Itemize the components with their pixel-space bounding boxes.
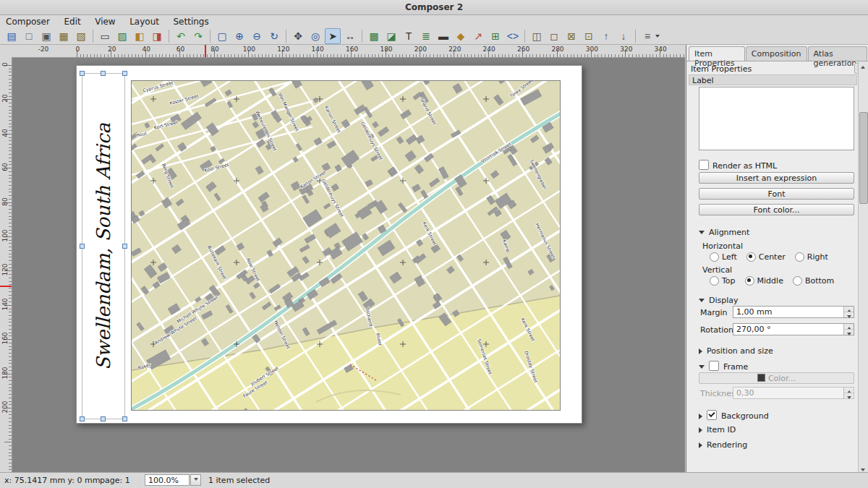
background-checkbox[interactable] [707,410,717,420]
background-section-toggle[interactable]: Background [699,410,769,421]
menu-edit[interactable]: Edit [58,15,86,27]
add-label-button[interactable]: T [401,28,417,44]
tab-item-properties[interactable]: Item Properties [689,46,745,61]
zoom-in-button[interactable]: ⊕ [231,28,247,44]
lock-items-button[interactable]: ⊠ [563,28,579,44]
undo-button[interactable]: ↶ [173,28,189,44]
align-right-radio[interactable]: Right [795,252,828,262]
zoom-tool-button[interactable]: ◎ [307,28,323,44]
margin-decrease-button[interactable] [844,312,854,318]
menu-composer[interactable]: Composer [0,15,56,27]
label-text-input[interactable] [699,87,854,150]
align-middle-radio[interactable]: Middle [745,276,783,286]
zoom-full-button[interactable]: ▢ [214,28,230,44]
display-section-toggle[interactable]: Display [699,296,739,305]
unlock-items-button[interactable]: ⊡ [581,28,597,44]
align-left-radio[interactable]: Left [710,252,737,262]
label-section-header: Label [689,74,857,85]
rotation-spinbox[interactable]: 270,00 ° [733,323,854,335]
add-table-button[interactable]: ⊞ [488,28,503,44]
render-html-label: Render as HTML [712,161,777,171]
frame-color-button[interactable]: Color... [699,372,854,384]
zoom-combobox[interactable]: 100.0% [145,474,190,486]
menu-layout[interactable]: Layout [124,15,165,27]
scroll-up-icon[interactable] [861,63,866,68]
composition-canvas[interactable]: Swellendam, South Africa Cyprus StreetKo… [12,57,685,472]
selection-handle[interactable] [122,416,127,421]
print-button[interactable]: ▭ [97,28,113,44]
save-project-button[interactable]: ▤ [4,28,20,44]
ruler-label: 160 [346,46,358,53]
selection-handle[interactable] [101,416,106,421]
selection-handle[interactable] [80,244,85,249]
move-item-content-button[interactable]: ↔ [342,28,358,44]
lower-items-button[interactable]: ↓ [616,28,631,44]
add-shape-button[interactable]: ◆ [453,28,469,44]
menu-settings[interactable]: Settings [167,15,214,27]
export-image-button[interactable]: ▨ [114,28,130,44]
frame-title: Frame [723,362,748,372]
font-button[interactable]: Font [699,188,854,200]
ruler-label: 300 [586,46,598,53]
zoom-dropdown-button[interactable] [190,474,201,486]
font-color-button[interactable]: Font color... [699,204,854,215]
position-size-section-toggle[interactable]: Position and size [699,346,773,356]
align-top-radio[interactable]: Top [710,276,736,286]
rotation-decrease-button[interactable] [844,329,854,335]
composition-page[interactable]: Swellendam, South Africa Cyprus StreetKo… [76,65,582,424]
selection-handle[interactable] [122,71,127,76]
selection-handle[interactable] [80,416,85,421]
raise-items-button[interactable]: ↑ [598,28,614,44]
label-item[interactable]: Swellendam, South Africa [82,73,125,419]
tab-atlas-generation[interactable]: Atlas generation [808,46,867,61]
frame-section-toggle[interactable]: Frame [699,361,748,372]
export-svg-button[interactable]: ◧ [132,28,148,44]
selection-handle[interactable] [122,244,127,249]
duplicate-composer-button[interactable]: ▣ [38,28,54,44]
frame-checkbox[interactable] [709,361,719,371]
save-as-template-button[interactable]: ▦ [56,28,72,44]
add-image-button[interactable]: ◪ [383,28,399,44]
ruler-label: 80 [1,191,9,213]
render-html-checkbox[interactable] [699,160,709,170]
export-pdf-button[interactable]: ◨ [149,28,165,44]
menu-view[interactable]: View [89,15,121,27]
horizontal-ruler: -200204060801001201401601802002202402602… [12,45,685,58]
align-bottom-radio[interactable]: Bottom [793,276,834,286]
ungroup-items-button[interactable]: ◻ [546,28,562,44]
ruler-label: 220 [448,46,461,53]
select-move-item-button[interactable]: ➤ [325,28,341,44]
alignment-section-toggle[interactable]: Alignment [699,228,749,237]
cursor-position-marker [0,286,12,287]
ruler-label: 120 [277,46,289,53]
group-items-button[interactable]: ◫ [529,28,545,44]
add-legend-button[interactable]: ≣ [418,28,434,44]
thickness-spinbox[interactable]: 0,30 [733,387,854,399]
tab-composition[interactable]: Composition [746,46,807,61]
pan-button[interactable]: ✥ [290,28,306,44]
add-map-button[interactable]: ▩ [366,28,382,44]
align-items-button[interactable]: ≡ [639,28,655,44]
new-composer-button[interactable]: □ [21,28,37,44]
rendering-section-toggle[interactable]: Rendering [699,440,747,450]
thickness-decrease-button[interactable] [844,393,854,399]
align-center-radio[interactable]: Center [746,252,786,262]
redo-button[interactable]: ↷ [190,28,206,44]
selection-handle[interactable] [80,71,85,76]
selection-handle[interactable] [101,71,106,76]
margin-spinbox[interactable]: 1,00 mm [733,306,854,318]
item-id-section-toggle[interactable]: Item ID [699,425,736,435]
add-scalebar-button[interactable]: ▬ [435,28,451,44]
add-items-from-template-button[interactable]: ▧ [73,28,89,44]
insert-expression-button[interactable]: Insert an expression [699,172,854,184]
refresh-view-button[interactable]: ↻ [266,28,282,44]
ruler-label: 20 [1,87,9,109]
panel-scrollbar[interactable] [858,61,868,472]
zoom-in-icon: ⊕ [235,30,244,42]
add-arrow-button[interactable]: ↗ [470,28,486,44]
scroll-down-icon[interactable] [861,466,866,471]
zoom-out-button[interactable]: ⊖ [249,28,265,44]
add-html-button[interactable]: <> [505,28,521,44]
map-item[interactable]: Cyprus StreetKoster StreetHoutKort Stree… [131,80,561,411]
scrollbar-thumb[interactable] [859,112,868,204]
